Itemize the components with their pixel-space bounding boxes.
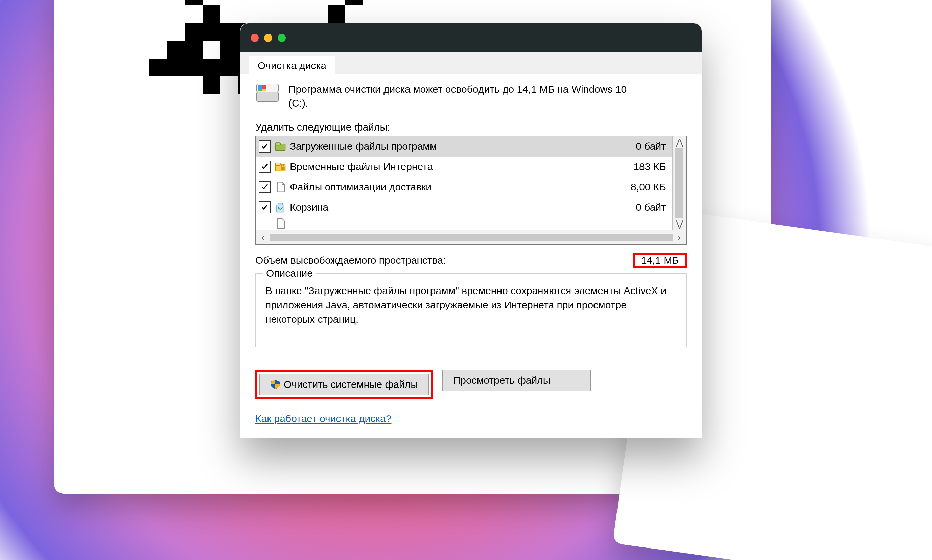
svg-rect-1 — [345, 0, 363, 5]
scroll-left-icon[interactable]: ‹ — [256, 230, 269, 245]
scroll-down-icon[interactable]: ⋁ — [676, 220, 683, 228]
recycle-icon — [274, 201, 286, 213]
tab-disk-cleanup[interactable]: Очистка диска — [249, 56, 335, 74]
svg-rect-17 — [258, 89, 262, 91]
file-list-row[interactable] — [256, 217, 672, 229]
disk-cleanup-dialog: Очистка диска Программа очистки диска мо… — [240, 23, 702, 438]
svg-rect-16 — [262, 85, 266, 89]
delete-files-label: Удалить следующие файлы: — [255, 122, 687, 133]
file-list-size: 8,00 КБ — [631, 181, 669, 193]
svg-rect-25 — [278, 203, 283, 205]
svg-rect-0 — [185, 0, 203, 5]
description-groupbox: Описание В папке "Загруженные файлы прог… — [255, 273, 687, 347]
window-titlebar[interactable] — [240, 23, 702, 52]
svg-rect-22 — [275, 163, 280, 165]
how-does-disk-cleanup-work-link[interactable]: Как работает очистка диска? — [255, 413, 391, 425]
freed-space-label: Объем высвобождаемого пространства: — [255, 255, 446, 266]
svg-rect-20 — [275, 143, 280, 145]
file-list-hscrollbar[interactable]: ‹ › — [256, 229, 686, 245]
file-list-row[interactable]: Корзина0 байт — [256, 197, 672, 217]
svg-rect-15 — [258, 85, 262, 89]
file-list-label: Временные файлы Интернета — [290, 161, 634, 172]
svg-rect-13 — [257, 92, 278, 102]
file-list-vscrollbar[interactable]: ⋀ ⋁ — [672, 136, 686, 229]
summary-text: Программа очистки диска может освободить… — [288, 83, 640, 110]
close-window-dot[interactable] — [251, 34, 259, 42]
description-text: В папке "Загруженные файлы программ" вре… — [266, 285, 666, 325]
clean-system-files-button[interactable]: Очистить системные файлы — [259, 374, 429, 395]
dialog-tabbar: Очистка диска — [240, 52, 702, 74]
file-list-row[interactable]: Загруженные файлы программ0 байт — [256, 136, 672, 157]
file-list-size: 183 КБ — [634, 161, 669, 172]
svg-rect-23 — [281, 168, 285, 171]
clean-system-files-highlight: Очистить системные файлы — [255, 369, 433, 399]
page-icon — [274, 217, 286, 229]
file-list-size: 0 байт — [636, 141, 669, 152]
vscroll-track[interactable] — [675, 148, 683, 218]
scroll-right-icon[interactable]: › — [673, 230, 686, 245]
clean-system-files-label: Очистить системные файлы — [284, 379, 418, 390]
view-files-label: Просмотреть файлы — [453, 375, 551, 386]
file-list-checkbox[interactable] — [259, 181, 271, 193]
uac-shield-icon — [270, 379, 280, 389]
svg-rect-3 — [328, 5, 346, 23]
svg-rect-2 — [203, 5, 220, 23]
minimize-window-dot[interactable] — [264, 34, 272, 42]
view-files-button[interactable]: Просмотреть файлы — [442, 369, 591, 391]
svg-rect-5 — [167, 41, 203, 58]
hscroll-track[interactable] — [269, 234, 673, 241]
folder-lock-icon — [274, 161, 286, 173]
file-list-checkbox[interactable] — [259, 201, 271, 213]
description-legend: Описание — [263, 266, 315, 280]
file-list-label: Загруженные файлы программ — [290, 141, 636, 152]
file-list-checkbox[interactable] — [259, 161, 271, 173]
maximize-window-dot[interactable] — [278, 34, 286, 42]
scroll-up-icon[interactable]: ⋀ — [676, 138, 683, 146]
svg-rect-18 — [262, 89, 266, 91]
file-list-label: Файлы оптимизации доставки — [290, 181, 631, 193]
file-list-row[interactable]: Файлы оптимизации доставки8,00 КБ — [256, 177, 672, 197]
file-list-row[interactable]: Временные файлы Интернета183 КБ — [256, 157, 672, 177]
page-icon — [274, 181, 286, 193]
disk-drive-icon — [255, 83, 280, 103]
freed-space-value: 14,1 МБ — [633, 252, 687, 268]
file-list-label: Корзина — [290, 202, 636, 213]
file-list-size: 0 байт — [636, 202, 669, 213]
folder-green-icon — [274, 140, 286, 152]
file-list-checkbox[interactable] — [259, 140, 271, 152]
svg-rect-24 — [277, 205, 284, 212]
svg-rect-9 — [203, 77, 220, 94]
file-list: Загруженные файлы программ0 байтВременны… — [255, 135, 687, 245]
